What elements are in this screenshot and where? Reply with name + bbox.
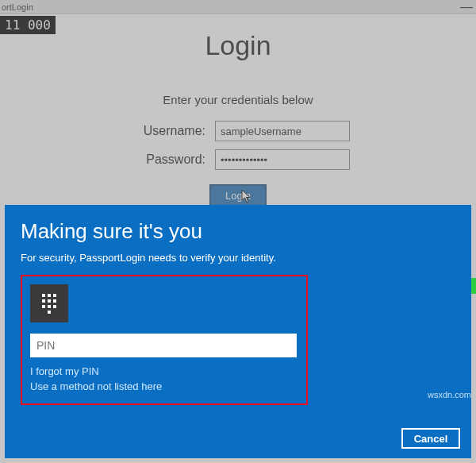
window-minimize-button[interactable]: — [460,0,473,14]
status-counter: 11 000 [0,16,56,34]
forgot-pin-link[interactable]: I forgot my PIN [30,365,298,377]
cancel-button-label: Cancel [414,433,448,445]
cancel-button[interactable]: Cancel [401,428,460,449]
login-button[interactable]: Login [209,184,267,206]
page-title: Login [0,30,476,61]
username-row: Username: [0,121,476,141]
password-input[interactable] [215,149,350,170]
username-input[interactable] [215,121,350,141]
accent-edge [471,278,476,294]
window-title-text: ortLogin [2,2,33,12]
username-label: Username: [126,124,205,138]
watermark-text: wsxdn.com [428,390,471,399]
mouse-cursor-icon [241,189,252,203]
pin-input[interactable] [30,334,297,357]
keypad-icon [30,284,68,322]
password-label: Password: [126,152,205,167]
login-form: Username: Password: Login [0,121,476,206]
password-row: Password: [0,149,476,170]
other-method-link[interactable]: Use a method not listed here [30,380,298,392]
dialog-heading: Making sure it's you [21,219,455,244]
page-subtitle: Enter your credentials below [0,93,476,106]
highlight-annotation: I forgot my PIN Use a method not listed … [21,275,308,405]
window-titlebar: ortLogin [0,0,476,14]
identity-verification-dialog: Making sure it's you For security, Passp… [5,205,471,458]
dialog-description: For security, PassportLogin needs to ver… [21,252,455,264]
